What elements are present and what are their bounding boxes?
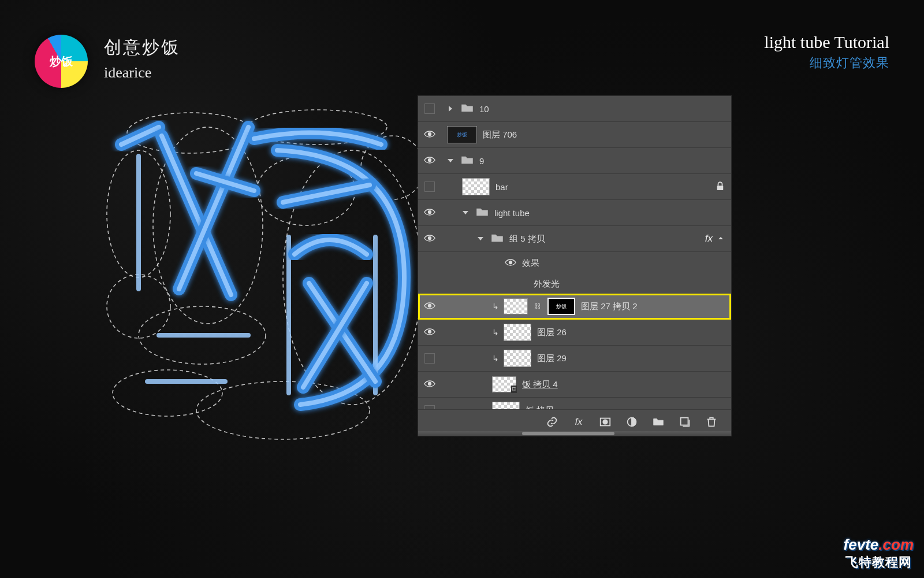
visibility-eye-icon[interactable] — [424, 380, 435, 390]
svg-point-16 — [509, 261, 512, 264]
layer-row[interactable]: ↳图层 26 — [418, 320, 731, 346]
svg-point-11 — [429, 132, 431, 135]
layer-thumbnail[interactable]: 炒饭 — [447, 126, 477, 143]
lock-icon[interactable] — [716, 181, 724, 192]
layer-name-label[interactable]: 图层 26 — [537, 327, 567, 338]
disclosure-toggle[interactable] — [447, 157, 455, 164]
visibility-eye-icon[interactable] — [424, 156, 435, 166]
new-layer-button[interactable] — [678, 415, 692, 429]
artwork-neon-text — [104, 104, 416, 428]
layer-thumbnail[interactable] — [462, 178, 490, 195]
layer-fx-button[interactable]: fx — [572, 415, 586, 429]
layer-row[interactable]: 组 5 拷贝fx — [418, 226, 731, 252]
layer-name-label[interactable]: 10 — [479, 104, 489, 114]
mask-link-icon[interactable]: ⛓ — [534, 302, 542, 310]
brand-block: 创意炒饭 idearice — [104, 36, 180, 81]
visibility-toggle[interactable] — [424, 353, 435, 364]
layer-name-label[interactable]: light tube — [494, 208, 530, 218]
disclosure-toggle[interactable] — [462, 209, 470, 216]
visibility-toggle[interactable] — [424, 181, 435, 192]
site-watermark: fevte.com 飞特教程网 — [844, 536, 914, 571]
layer-name-label[interactable]: 饭 拷贝 4 — [522, 379, 558, 390]
folder-icon — [461, 103, 474, 114]
disclosure-toggle[interactable] — [477, 235, 485, 242]
visibility-eye-icon[interactable] — [424, 208, 435, 218]
layers-panel-footer: fx — [418, 409, 731, 436]
folder-icon — [491, 234, 504, 244]
adjustment-layer-button[interactable] — [625, 415, 639, 429]
layer-name-label[interactable]: 图层 29 — [537, 353, 567, 364]
layer-name-label[interactable]: 图层 27 拷贝 2 — [581, 301, 638, 312]
layers-panel: 10炒饭图层 7069barlight tube组 5 拷贝fx效果外发光↳⛓炒… — [418, 95, 732, 436]
svg-point-15 — [429, 236, 431, 239]
visibility-eye-icon[interactable] — [424, 328, 435, 338]
svg-point-18 — [429, 330, 431, 333]
svg-rect-23 — [681, 417, 688, 425]
layers-rows: 10炒饭图层 7069barlight tube组 5 拷贝fx效果外发光↳⛓炒… — [418, 96, 731, 424]
layer-row[interactable]: 炒饭图层 706 — [418, 122, 731, 148]
layer-row[interactable]: light tube — [418, 200, 731, 226]
svg-point-17 — [429, 304, 431, 307]
delete-layer-button[interactable] — [705, 415, 718, 429]
clipping-indicator-icon: ↳ — [492, 354, 499, 363]
clipping-indicator-icon: ↳ — [492, 302, 499, 311]
effects-visibility-icon[interactable] — [505, 258, 516, 268]
visibility-eye-icon[interactable] — [424, 130, 435, 140]
fx-badge[interactable]: fx — [705, 233, 713, 244]
effect-item-label: 外发光 — [534, 279, 560, 290]
visibility-toggle[interactable] — [424, 103, 435, 114]
layer-row[interactable]: 9 — [418, 148, 731, 174]
layer-thumbnail[interactable] — [504, 298, 528, 314]
link-layers-button[interactable] — [545, 415, 559, 429]
layer-name-label[interactable]: 9 — [479, 156, 484, 166]
new-group-button[interactable] — [651, 415, 665, 429]
layer-name-label[interactable]: 组 5 拷贝 — [509, 234, 545, 244]
watermark-dot: .com — [878, 536, 914, 553]
svg-rect-13 — [717, 186, 724, 190]
disclosure-toggle[interactable] — [447, 105, 455, 112]
layer-row[interactable]: 效果 — [418, 252, 731, 274]
svg-point-19 — [429, 382, 431, 385]
tutorial-title-en: light tube Tutorial — [764, 32, 889, 52]
effects-label: 效果 — [522, 258, 539, 269]
fx-collapse-toggle[interactable] — [717, 234, 724, 244]
layer-thumbnail[interactable] — [504, 350, 531, 367]
layer-row[interactable]: ↳⛓炒饭图层 27 拷贝 2 — [418, 294, 731, 320]
brand-cn: 创意炒饭 — [104, 36, 180, 60]
layer-thumbnail[interactable]: ⌑ — [492, 376, 516, 392]
layer-name-label[interactable]: 图层 706 — [483, 129, 517, 140]
svg-point-14 — [429, 210, 431, 213]
svg-point-12 — [429, 158, 431, 161]
layer-mask-thumbnail[interactable]: 炒饭 — [547, 298, 575, 315]
layer-row[interactable]: ⌑饭 拷贝 4 — [418, 372, 731, 398]
folder-icon — [461, 155, 474, 166]
brand-logo-badge: 炒饭 — [35, 35, 88, 88]
watermark-domain: fevte — [844, 536, 879, 553]
layer-row[interactable]: 外发光 — [418, 274, 731, 294]
layer-row[interactable]: bar — [418, 174, 731, 200]
layer-row[interactable]: 10 — [418, 96, 731, 122]
brand-en: idearice — [104, 64, 180, 81]
svg-point-21 — [603, 420, 607, 424]
visibility-eye-icon[interactable] — [424, 302, 435, 312]
tutorial-title: light tube Tutorial 细致灯管效果 — [764, 32, 889, 72]
visibility-eye-icon[interactable] — [424, 234, 435, 244]
panel-scrollbar[interactable] — [418, 431, 731, 436]
folder-icon — [476, 208, 489, 218]
layer-mask-button[interactable] — [598, 415, 612, 429]
watermark-cn: 飞特教程网 — [844, 554, 914, 571]
tutorial-title-cn: 细致灯管效果 — [764, 54, 889, 72]
layer-row[interactable]: ↳图层 29 — [418, 346, 731, 372]
layer-name-label[interactable]: bar — [495, 182, 508, 192]
clipping-indicator-icon: ↳ — [492, 328, 499, 337]
layer-thumbnail[interactable] — [504, 324, 531, 341]
